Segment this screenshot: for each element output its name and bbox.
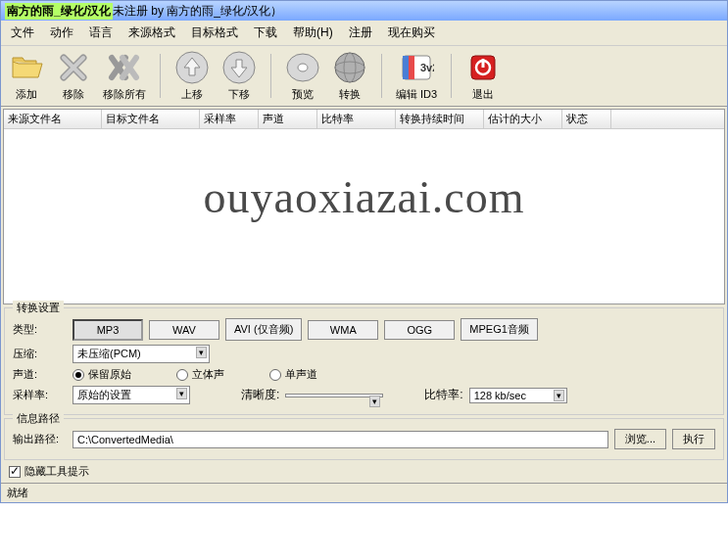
- move-down-button[interactable]: 下移: [221, 50, 257, 102]
- title-highlight: 南方的雨_绿化/汉化: [5, 3, 113, 20]
- menu-lang[interactable]: 语言: [83, 23, 119, 43]
- compress-dropdown[interactable]: 未压缩(PCM): [73, 345, 210, 363]
- menubar: 文件 动作 语言 来源格式 目标格式 下载 帮助(H) 注册 现在购买: [1, 21, 727, 46]
- group-convert-settings: 转换设置 类型: MP3 WAV AVI (仅音频) WMA OGG MPEG1…: [4, 307, 724, 415]
- menu-file[interactable]: 文件: [5, 23, 40, 43]
- file-list[interactable]: 来源文件名 目标文件名 采样率 声道 比特率 转换持续时间 估计的大小 状态 o…: [3, 109, 725, 304]
- preview-label: 预览: [292, 87, 314, 102]
- channel-label: 声道:: [13, 367, 67, 382]
- type-wma-button[interactable]: WMA: [308, 320, 378, 340]
- titlebar: 南方的雨_绿化/汉化 未注册 by 南方的雨_绿化/汉化）: [1, 1, 727, 21]
- channel-stereo-text: 立体声: [192, 367, 224, 382]
- type-avi-button[interactable]: AVI (仅音频): [225, 318, 302, 341]
- type-mp3-button[interactable]: MP3: [73, 319, 143, 341]
- radio-dot-icon: [73, 369, 84, 381]
- type-wav-button[interactable]: WAV: [149, 320, 219, 340]
- group-path-title: 信息路径: [13, 411, 64, 426]
- svg-rect-8: [403, 56, 409, 79]
- checkbox-icon: [9, 466, 21, 478]
- clarity-label: 清晰度:: [241, 387, 279, 403]
- col-channel[interactable]: 声道: [259, 110, 317, 128]
- edit-id3-button[interactable]: 3v2 编辑 ID3: [396, 50, 437, 102]
- down-label: 下移: [228, 87, 250, 102]
- menu-help[interactable]: 帮助(H): [287, 23, 339, 43]
- watermark-text: ouyaoxiazai.com: [204, 171, 525, 223]
- move-up-button[interactable]: 上移: [174, 50, 210, 102]
- type-ogg-button[interactable]: OGG: [384, 320, 455, 340]
- disc-icon: [285, 50, 320, 85]
- remove-button[interactable]: 移除: [56, 50, 91, 102]
- clarity-dropdown[interactable]: [285, 394, 383, 397]
- bitrate-dropdown[interactable]: 128 kb/sec: [469, 388, 567, 403]
- status-text: 就绪: [7, 487, 28, 498]
- menu-buy[interactable]: 现在购买: [382, 23, 441, 43]
- menu-action[interactable]: 动作: [44, 23, 79, 43]
- radio-dot-icon: [176, 369, 188, 381]
- group-path: 信息路径 输出路径: C:\ConvertedMedia\ 浏览... 执行: [4, 418, 724, 460]
- output-path-input[interactable]: C:\ConvertedMedia\: [73, 431, 608, 448]
- double-x-icon: [107, 50, 142, 85]
- type-mpeg1-button[interactable]: MPEG1音频: [461, 318, 538, 341]
- channel-mono-radio[interactable]: 单声道: [269, 367, 317, 382]
- menu-src-fmt[interactable]: 来源格式: [122, 23, 181, 43]
- exit-label: 退出: [472, 87, 494, 102]
- browse-button[interactable]: 浏览...: [614, 429, 666, 449]
- up-label: 上移: [181, 87, 203, 102]
- col-sample[interactable]: 采样率: [200, 110, 259, 128]
- samplerate-dropdown[interactable]: 原始的设置: [73, 386, 190, 404]
- channel-mono-text: 单声道: [285, 367, 317, 382]
- samplerate-label: 采样率:: [13, 388, 67, 402]
- statusbar: 就绪: [1, 483, 727, 502]
- col-tgt[interactable]: 目标文件名: [102, 110, 200, 128]
- hide-tips-checkbox[interactable]: 隐藏工具提示: [9, 464, 719, 479]
- bitrate-label: 比特率:: [424, 387, 462, 403]
- compress-label: 压缩:: [13, 347, 67, 361]
- folder-open-icon: [9, 50, 44, 85]
- convert-button[interactable]: 转换: [332, 50, 367, 102]
- list-header: 来源文件名 目标文件名 采样率 声道 比特率 转换持续时间 估计的大小 状态: [4, 110, 724, 129]
- hide-tips-label: 隐藏工具提示: [24, 464, 89, 479]
- remove-all-label: 移除所有: [103, 87, 146, 102]
- execute-button[interactable]: 执行: [672, 429, 715, 449]
- remove-all-button[interactable]: 移除所有: [103, 50, 146, 102]
- x-icon: [56, 50, 91, 85]
- type-label: 类型:: [13, 322, 67, 337]
- channel-orig-text: 保留原始: [88, 367, 131, 382]
- col-bitrate[interactable]: 比特率: [317, 110, 396, 128]
- add-label: 添加: [16, 87, 37, 102]
- id3-icon: 3v2: [399, 50, 434, 85]
- channel-orig-radio[interactable]: 保留原始: [73, 367, 131, 382]
- id3-label: 编辑 ID3: [396, 87, 437, 102]
- output-label: 输出路径:: [13, 432, 67, 446]
- preview-button[interactable]: 预览: [285, 50, 320, 102]
- svg-point-3: [298, 64, 308, 71]
- col-src[interactable]: 来源文件名: [4, 110, 102, 128]
- radio-dot-icon: [269, 369, 281, 381]
- exit-button[interactable]: 退出: [465, 50, 501, 102]
- svg-point-4: [335, 53, 364, 82]
- globe-icon: [332, 50, 367, 85]
- toolbar: 添加 移除 移除所有 上移 下移: [1, 46, 727, 107]
- svg-rect-9: [409, 56, 414, 79]
- title-rest: 未注册 by 南方的雨_绿化/汉化）: [113, 3, 282, 20]
- menu-reg[interactable]: 注册: [343, 23, 378, 43]
- arrow-down-icon: [221, 50, 257, 85]
- menu-tgt-fmt[interactable]: 目标格式: [185, 23, 244, 43]
- remove-label: 移除: [63, 87, 84, 102]
- power-icon: [465, 50, 501, 85]
- group-convert-title: 转换设置: [13, 301, 64, 315]
- channel-stereo-radio[interactable]: 立体声: [176, 367, 224, 382]
- col-status[interactable]: 状态: [562, 110, 611, 128]
- arrow-up-icon: [174, 50, 210, 85]
- col-duration[interactable]: 转换持续时间: [396, 110, 484, 128]
- svg-text:3v2: 3v2: [420, 62, 434, 73]
- menu-download[interactable]: 下载: [248, 23, 283, 43]
- convert-label: 转换: [339, 87, 361, 102]
- col-size[interactable]: 估计的大小: [484, 110, 562, 128]
- add-button[interactable]: 添加: [9, 50, 44, 102]
